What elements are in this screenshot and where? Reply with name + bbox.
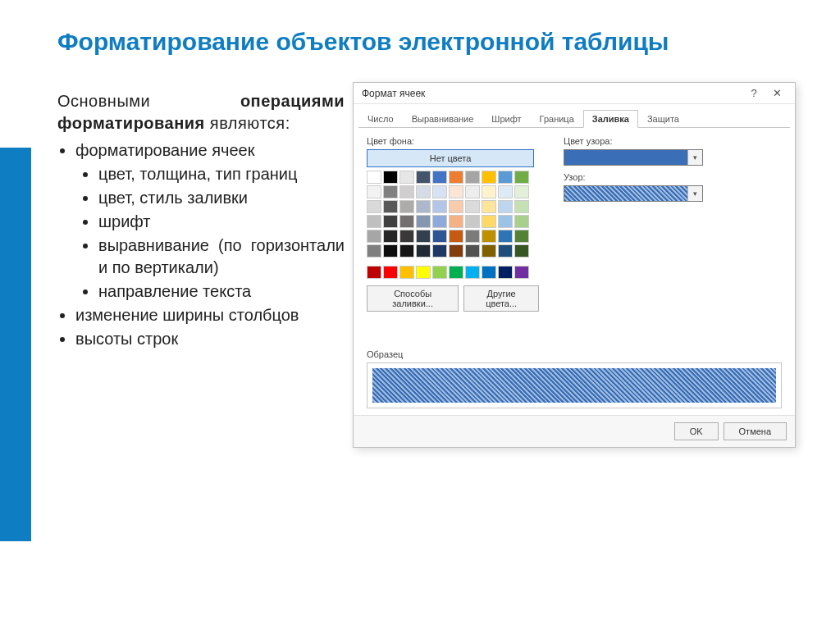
color-swatch[interactable] (399, 200, 414, 213)
color-swatch[interactable] (514, 171, 529, 184)
tint-color-grid (367, 185, 539, 258)
color-swatch[interactable] (465, 244, 480, 258)
color-swatch[interactable] (432, 244, 447, 258)
tab-fill[interactable]: Заливка (583, 110, 638, 128)
format-cells-dialog: Формат ячеек ? ✕ Число Выравнивание Шриф… (353, 82, 796, 448)
color-swatch[interactable] (383, 230, 398, 243)
color-swatch[interactable] (367, 185, 381, 198)
color-swatch[interactable] (432, 215, 447, 228)
color-swatch[interactable] (367, 171, 381, 184)
color-swatch[interactable] (432, 230, 447, 243)
color-swatch[interactable] (449, 200, 463, 213)
tab-font[interactable]: Шрифт (482, 110, 530, 128)
color-swatch[interactable] (465, 171, 480, 184)
color-swatch[interactable] (449, 244, 463, 258)
color-swatch[interactable] (367, 200, 381, 213)
tab-number[interactable]: Число (358, 110, 403, 128)
pattern-color-value (564, 150, 687, 165)
color-swatch[interactable] (399, 185, 414, 198)
color-swatch[interactable] (482, 244, 496, 258)
color-swatch[interactable] (383, 200, 398, 213)
pattern-color-combo[interactable]: ▾ (564, 149, 703, 166)
dialog-footer: OK Отмена (354, 415, 795, 447)
color-swatch[interactable] (383, 244, 398, 258)
color-swatch[interactable] (367, 244, 381, 258)
other-colors-button[interactable]: Другие цвета... (463, 285, 539, 312)
color-swatch[interactable] (498, 185, 513, 198)
color-swatch[interactable] (449, 230, 463, 243)
color-swatch[interactable] (367, 266, 381, 279)
color-swatch[interactable] (416, 215, 431, 228)
color-swatch[interactable] (482, 215, 496, 228)
color-swatch[interactable] (449, 185, 463, 198)
color-swatch[interactable] (482, 200, 496, 213)
color-swatch[interactable] (432, 266, 447, 279)
color-swatch[interactable] (514, 185, 529, 198)
color-swatch[interactable] (482, 266, 496, 279)
color-swatch[interactable] (449, 171, 463, 184)
color-swatch[interactable] (383, 171, 398, 184)
color-swatch[interactable] (416, 230, 431, 243)
color-swatch[interactable] (514, 266, 529, 279)
color-swatch[interactable] (367, 230, 381, 243)
color-swatch[interactable] (383, 185, 398, 198)
color-swatch[interactable] (399, 215, 414, 228)
bullet-l2-c: шрифт (98, 211, 345, 233)
color-swatch[interactable] (416, 266, 431, 279)
color-swatch[interactable] (514, 200, 529, 213)
cancel-button[interactable]: Отмена (724, 422, 787, 440)
color-swatch[interactable] (465, 215, 480, 228)
tab-alignment[interactable]: Выравнивание (403, 110, 483, 128)
color-swatch[interactable] (465, 185, 480, 198)
color-swatch[interactable] (498, 200, 513, 213)
tab-protection[interactable]: Защита (638, 110, 688, 128)
color-swatch[interactable] (498, 171, 513, 184)
slide-title: Форматирование объектов электронной табл… (57, 28, 807, 56)
color-swatch[interactable] (383, 266, 398, 279)
color-swatch[interactable] (482, 230, 496, 243)
color-swatch[interactable] (432, 200, 447, 213)
color-swatch[interactable] (465, 230, 480, 243)
color-swatch[interactable] (416, 171, 431, 184)
color-swatch[interactable] (399, 171, 414, 184)
ok-button[interactable]: OK (674, 422, 719, 440)
intro-part3: являются: (210, 114, 290, 132)
pattern-style-value (564, 186, 687, 201)
color-swatch[interactable] (482, 185, 496, 198)
color-swatch[interactable] (449, 215, 463, 228)
color-swatch[interactable] (367, 215, 381, 228)
color-swatch[interactable] (399, 230, 414, 243)
color-swatch[interactable] (498, 230, 513, 243)
color-swatch[interactable] (514, 215, 529, 228)
close-icon[interactable]: ✕ (765, 87, 788, 99)
dialog-titlebar[interactable]: Формат ячеек ? ✕ (354, 83, 795, 104)
color-swatch[interactable] (449, 266, 463, 279)
theme-color-row (367, 171, 539, 184)
color-swatch[interactable] (416, 200, 431, 213)
help-icon[interactable]: ? (742, 87, 765, 99)
color-swatch[interactable] (498, 266, 513, 279)
chevron-down-icon: ▾ (687, 186, 702, 201)
color-swatch[interactable] (465, 266, 480, 279)
color-swatch[interactable] (498, 215, 513, 228)
color-swatch[interactable] (514, 230, 529, 243)
pattern-style-combo[interactable]: ▾ (564, 185, 703, 202)
no-color-button[interactable]: Нет цвета (367, 149, 534, 167)
color-swatch[interactable] (482, 171, 496, 184)
color-swatch[interactable] (416, 244, 431, 258)
color-swatch[interactable] (416, 185, 431, 198)
tab-border[interactable]: Граница (531, 110, 583, 128)
bullet-l2-d: выравнивание (по горизонтали и по вертик… (98, 235, 345, 279)
color-swatch[interactable] (432, 171, 447, 184)
bullet-l2-b: цвет, стиль заливки (98, 187, 345, 209)
sample-label: Образец (367, 349, 782, 359)
color-swatch[interactable] (432, 185, 447, 198)
color-swatch[interactable] (399, 266, 414, 279)
fill-methods-button[interactable]: Способы заливки... (367, 285, 459, 312)
color-swatch[interactable] (498, 244, 513, 258)
color-swatch[interactable] (514, 244, 529, 258)
color-swatch[interactable] (383, 215, 398, 228)
color-swatch[interactable] (465, 200, 480, 213)
color-swatch[interactable] (399, 244, 414, 258)
dialog-title: Формат ячеек (362, 88, 742, 99)
